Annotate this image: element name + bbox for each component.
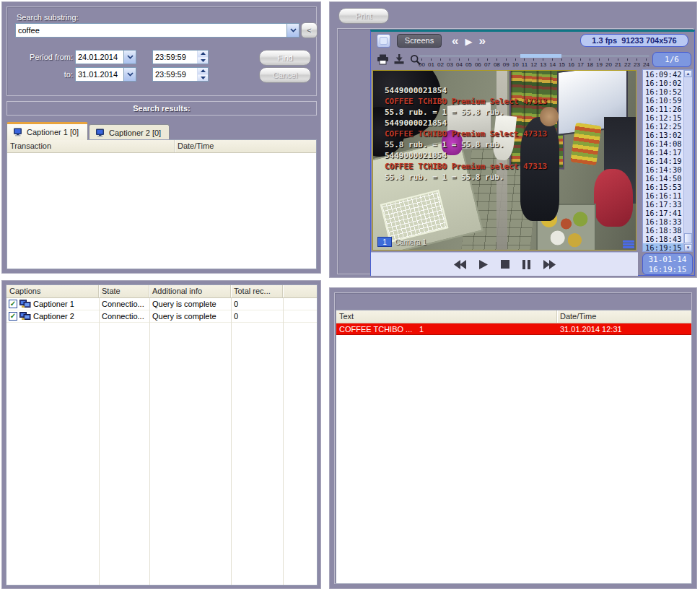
timeline-hour-label: 15 <box>559 58 565 68</box>
date-to-dropdown-button[interactable] <box>123 68 136 81</box>
video-menu-icon[interactable] <box>623 240 634 248</box>
event-time-item[interactable]: 16:17:41 <box>643 209 683 217</box>
event-time-item[interactable]: 16:13:02 <box>643 131 683 139</box>
event-time-item[interactable]: 16:14:17 <box>643 148 683 157</box>
viewer-bottom-bar: 31-01-14 16:19:15 <box>371 252 694 276</box>
events-table: Text Date/Time COFFEE TCHIBO ... 1 31.01… <box>336 310 692 584</box>
event-time-item[interactable]: 16:14:50 <box>643 174 683 183</box>
seek-forward-button[interactable] <box>543 260 556 269</box>
time-to-input[interactable] <box>153 68 197 81</box>
search-panel: Search substring: < Period from: to: <box>1 1 321 274</box>
pos-caption-line: 5449000021854 <box>385 85 547 96</box>
timeline-scrubber[interactable]: 0001020304050607080910111213141516171819… <box>419 53 649 69</box>
event-time-item[interactable]: 16:18:33 <box>643 217 683 226</box>
column-header-total-records[interactable]: Total rec... <box>231 285 283 297</box>
screens-button[interactable]: Screens <box>397 34 442 48</box>
date-from-dropdown-button[interactable] <box>123 51 136 64</box>
event-time-item[interactable]: 16:10:02 <box>643 79 683 87</box>
event-time-item[interactable]: 16:10:59 <box>643 96 683 105</box>
time-from-down-button[interactable] <box>198 57 208 64</box>
column-header-additional-info[interactable]: Additional info <box>149 285 231 297</box>
viewer-main-area: 5449000021854COFFEE TCHIBO Premium Selec… <box>371 69 694 252</box>
grid-line <box>231 298 232 585</box>
tab-label: Captioner 2 [0] <box>109 129 161 137</box>
play-screen-icon[interactable]: ▶ <box>465 36 472 47</box>
date-from-combobox <box>75 50 136 64</box>
event-time-item[interactable]: 16:10:52 <box>643 87 683 96</box>
event-time-item[interactable]: 16:14:08 <box>643 139 683 148</box>
column-header-datetime[interactable]: Date/Time <box>557 310 691 323</box>
period-from-label: Period from: <box>17 53 73 61</box>
print-frame-icon[interactable] <box>377 54 389 65</box>
monitor-select-button[interactable] <box>377 34 390 48</box>
time-to-up-button[interactable] <box>198 68 208 74</box>
pos-caption-line: COFFEE TCHIBO Premium Select 47313 <box>385 129 547 139</box>
timeline-hour-label: 18 <box>587 58 593 68</box>
column-header-captions[interactable]: Captions <box>6 285 99 297</box>
event-time-item[interactable]: 16:19:15 <box>643 243 683 251</box>
grid-line <box>99 298 100 585</box>
seek-backward-button[interactable] <box>454 260 466 269</box>
captioner-row[interactable]: ✓ Captioner 1 Connectio... Query is comp… <box>6 298 317 310</box>
camera-number-badge: 1 <box>377 237 392 247</box>
events-table-header: Text Date/Time <box>336 310 691 323</box>
pause-button[interactable] <box>522 260 530 269</box>
event-time-item[interactable]: 16:09:42 <box>643 70 683 79</box>
tab-captioner-2[interactable]: Captioner 2 [0] <box>89 124 170 140</box>
captioner-checkbox[interactable]: ✓ <box>9 312 17 321</box>
current-time: 16:19:15 <box>643 265 692 275</box>
pos-caption-line: 55.8 rub. = 1 = 55.8 rub. <box>385 172 547 183</box>
event-text: COFFEE TCHIBO ... <box>339 325 412 334</box>
scroll-thumb[interactable] <box>684 233 692 243</box>
cancel-button[interactable]: Cancel <box>259 67 311 83</box>
current-date-time-display: 31-01-14 16:19:15 <box>642 253 693 275</box>
grid-line <box>283 298 284 585</box>
timeline-hour-label: 24 <box>643 58 649 68</box>
pos-caption-line: 55.8 rub. = 1 = 55.8 rub. <box>385 107 547 118</box>
scroll-down-button[interactable]: ▼ <box>684 244 692 251</box>
viewer-titlebar: Screens « ▶ » 1.3 fps 91233 704x576 <box>371 32 694 51</box>
event-time-list: 16:09:4216:10:0216:10:5216:10:5916:11:26… <box>642 69 693 252</box>
column-header-datetime[interactable]: Date/Time <box>175 140 316 152</box>
search-substring-input[interactable] <box>16 24 286 37</box>
timeline-selection-highlight <box>520 54 562 58</box>
date-from-input[interactable] <box>76 51 123 64</box>
time-list-scrollbar[interactable]: ▲ ▼ <box>683 70 692 251</box>
date-to-input[interactable] <box>76 68 123 81</box>
prev-screen-icon[interactable]: « <box>452 34 458 48</box>
search-history-button[interactable]: < <box>301 22 318 38</box>
captioner-checkbox[interactable]: ✓ <box>9 300 17 308</box>
event-time-item[interactable]: 16:16:11 <box>643 191 683 200</box>
play-button[interactable] <box>479 260 488 269</box>
period-to-label: to: <box>17 70 73 79</box>
event-row[interactable]: COFFEE TCHIBO ... 1 31.01.2014 12:31 <box>336 323 691 335</box>
event-time-item[interactable]: 16:12:25 <box>643 122 683 131</box>
event-time-item[interactable]: 16:11:26 <box>643 105 683 113</box>
timeline-hour-label: 04 <box>456 58 463 68</box>
export-save-icon[interactable] <box>393 54 405 65</box>
search-results-header: Search results: <box>6 101 317 116</box>
event-time-item[interactable]: 16:15:53 <box>643 183 683 191</box>
tab-captioner-1[interactable]: Captioner 1 [0] <box>6 122 88 140</box>
scroll-up-button[interactable]: ▲ <box>684 70 692 77</box>
event-time-item[interactable]: 16:14:19 <box>643 157 683 165</box>
column-header-text[interactable]: Text <box>336 310 557 323</box>
time-to-down-button[interactable] <box>198 74 208 82</box>
event-time-item[interactable]: 16:17:33 <box>643 200 683 209</box>
time-from-up-button[interactable] <box>198 51 208 57</box>
event-time-item[interactable]: 16:18:43 <box>643 235 683 243</box>
search-substring-dropdown-button[interactable] <box>286 24 299 37</box>
column-header-state[interactable]: State <box>99 285 149 297</box>
time-from-input[interactable] <box>153 51 197 64</box>
stop-button[interactable] <box>501 260 509 269</box>
video-frame[interactable]: 5449000021854COFFEE TCHIBO Premium Selec… <box>372 70 636 251</box>
event-time-item[interactable]: 16:12:15 <box>643 113 683 122</box>
captioner-row[interactable]: ✓ Captioner 2 Connectio... Query is comp… <box>6 310 317 323</box>
event-time-item[interactable]: 16:14:30 <box>643 165 683 174</box>
next-screen-icon[interactable]: » <box>478 34 485 48</box>
event-time-item[interactable]: 16:18:38 <box>643 226 683 235</box>
column-header-transaction[interactable]: Transaction <box>7 140 175 152</box>
monitor-icon <box>95 129 105 137</box>
print-button[interactable]: Print <box>338 8 389 24</box>
find-button[interactable]: Find <box>259 50 311 66</box>
